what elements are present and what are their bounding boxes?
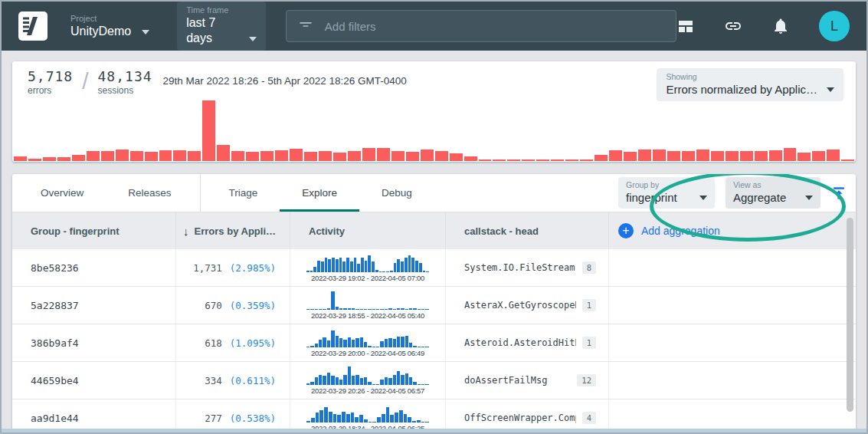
column-header-errors[interactable]: ↓ Errors by Appli… [176, 212, 290, 249]
sparkline-bar [390, 415, 394, 422]
column-header-activity[interactable]: Activity [290, 212, 446, 249]
cell-aggregation-empty [609, 287, 856, 324]
timeframe-label: Time frame [186, 5, 238, 15]
sparkline-bar [405, 309, 408, 310]
sparkline-bar [376, 309, 379, 310]
column-header-add-aggregation: + Add aggregation [609, 212, 856, 249]
histogram-bar [246, 152, 259, 161]
add-aggregation-button[interactable]: + Add aggregation [618, 223, 720, 238]
sparkline-bar [360, 337, 363, 348]
timeframe-selector[interactable]: Time frame last 7 days [177, 2, 266, 51]
error-count: 670 [205, 300, 222, 311]
histogram-bar [507, 159, 520, 161]
sessions-stat: 48,134 sessions [98, 68, 152, 96]
view-as-selector[interactable]: View as Aggregate [726, 177, 821, 209]
sparkline-bar [405, 373, 408, 386]
error-percent[interactable]: (0.359%) [230, 300, 276, 311]
tab-triage[interactable]: Triage [207, 174, 280, 212]
histogram-bar [609, 150, 622, 161]
add-filters-input[interactable]: Add filters [286, 10, 676, 42]
group-by-selector[interactable]: Group by fingerprint [618, 177, 715, 209]
top-navigation-bar: Project UnityDemo Time frame last 7 days… [2, 2, 866, 51]
sparkline-bar [332, 258, 335, 273]
activity-sparkline [306, 328, 429, 347]
cell-fingerprint[interactable]: aa9d1e44 [12, 399, 176, 432]
table-row[interactable]: 386b9af4 618 (1.095%) 2022-03-29 20:00 -… [12, 324, 856, 362]
table-row[interactable]: aa9d1e44 277 (0.538%) 2022-03-29 18:34 -… [12, 399, 856, 432]
cell-fingerprint[interactable]: 8be58236 [12, 249, 176, 286]
activity-sparkline [306, 403, 429, 422]
sparkline-bar [306, 421, 310, 423]
cell-aggregation-empty [609, 362, 856, 399]
column-header-fingerprint[interactable]: Group - fingerprint [12, 212, 176, 249]
project-value: UnityDemo [70, 24, 131, 39]
cell-errors: 334 (0.611%) [176, 362, 290, 399]
notifications-bell-icon[interactable] [771, 17, 790, 35]
sparkline-bar [372, 347, 375, 348]
sparkline-bar [364, 377, 367, 386]
histogram-bar [755, 151, 768, 161]
histogram-bar [536, 159, 549, 161]
sparkline-bar [354, 258, 357, 273]
tab-debug[interactable]: Debug [359, 174, 434, 212]
histogram-bar [57, 157, 70, 161]
sparkline-bar [339, 308, 342, 311]
error-histogram[interactable] [14, 100, 854, 161]
table-row[interactable]: 5a228837 670 (0.359%) 2022-03-29 18:55 -… [12, 287, 856, 324]
cell-fingerprint[interactable]: 5a228837 [12, 287, 176, 324]
error-percent[interactable]: (0.538%) [230, 413, 276, 424]
share-link-icon[interactable] [724, 17, 742, 35]
histogram-bar [769, 150, 782, 161]
error-percent[interactable]: (0.611%) [230, 375, 276, 386]
column-header-callstack[interactable]: callstack - head [446, 212, 609, 249]
user-avatar[interactable]: L [819, 11, 850, 41]
dashboard-layout-icon[interactable] [676, 17, 695, 35]
scroll-to-top-icon[interactable] [831, 186, 847, 201]
sparkline-bar [339, 338, 342, 347]
errors-label: errors [28, 85, 73, 96]
sparkline-bar [388, 308, 391, 310]
sparkline-bar [418, 347, 421, 348]
plus-circle-icon: + [618, 223, 634, 238]
tab-overview[interactable]: Overview [18, 174, 106, 212]
sparkline-bar [306, 347, 310, 348]
sparkline-bar [413, 346, 416, 347]
callstack-head: doAssertFailMsg [464, 375, 547, 386]
cell-fingerprint[interactable]: 44659be4 [12, 362, 176, 399]
histogram-bar [522, 159, 535, 161]
chevron-down-icon [805, 196, 813, 200]
backtrace-logo-icon[interactable] [18, 12, 47, 41]
sparkline-bar [382, 414, 385, 423]
tab-explore[interactable]: Explore [280, 174, 359, 212]
sparkline-bar [337, 415, 341, 422]
histogram-bar [435, 151, 448, 161]
sparkline-bar [336, 377, 339, 386]
table-body: 8be58236 1,731 (2.985%) 2022-03-29 19:02… [12, 249, 856, 432]
sparkline-bar [352, 376, 355, 386]
error-percent[interactable]: (1.095%) [230, 337, 276, 349]
activity-sparkline [306, 253, 429, 272]
sparkline-bar [352, 308, 355, 310]
table-row[interactable]: 44659be4 334 (0.611%) 2022-03-29 20:26 -… [12, 362, 856, 399]
table-row[interactable]: 8be58236 1,731 (2.985%) 2022-03-29 19:02… [12, 249, 856, 287]
cell-aggregation-empty [609, 399, 856, 432]
sparkline-bar [364, 309, 367, 310]
sort-descending-icon: ↓ [183, 225, 189, 238]
cell-callstack: Asteroid.AsteroidHitBy… 1 [446, 324, 609, 361]
histogram-bar [827, 150, 840, 161]
histogram-bar [580, 159, 593, 161]
cell-errors: 277 (0.538%) [176, 399, 290, 432]
vertical-scrollbar-thumb[interactable] [847, 218, 853, 412]
sparkline-bar [361, 258, 364, 273]
tab-releases[interactable]: Releases [106, 174, 193, 212]
sparkline-bar [408, 255, 411, 272]
project-selector[interactable]: Project UnityDemo [70, 14, 149, 39]
sparkline-bar [385, 309, 388, 310]
error-percent[interactable]: (2.985%) [230, 262, 276, 274]
showing-selector[interactable]: Showing Errors normalized by Applic… [657, 68, 843, 101]
sparkline-bar [385, 377, 388, 386]
histogram-bar [362, 148, 375, 161]
histogram-bar [304, 152, 317, 161]
sparkline-bar [385, 339, 388, 347]
cell-fingerprint[interactable]: 386b9af4 [12, 324, 176, 361]
